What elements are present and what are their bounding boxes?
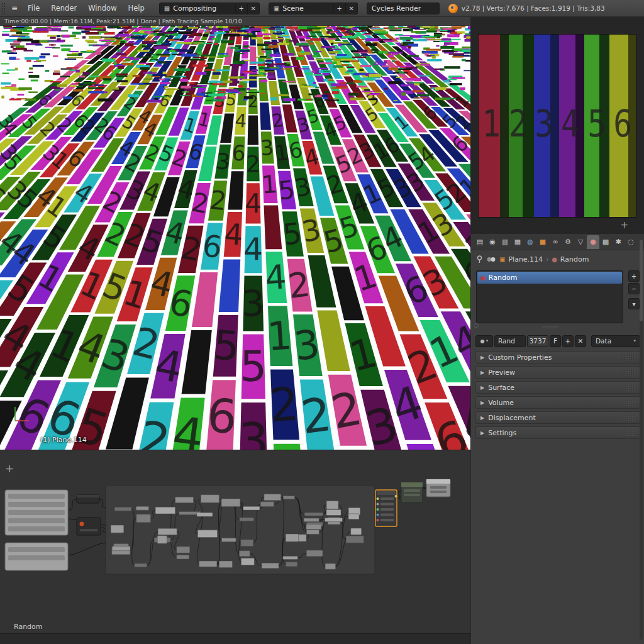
scene-select[interactable]: ▣ Scene [269,3,334,14]
expand-arrow-icon: ▶ [480,430,484,436]
tab-world[interactable]: ◍ [524,235,536,249]
users-count-button[interactable]: 3737 [527,335,548,347]
screen-layout-select[interactable]: ▦ Compositing [159,3,236,14]
breadcrumb-separator-icon: › [546,256,548,263]
screen-layout-value: Compositing [173,4,216,13]
material-sphere-icon: ● [480,275,486,281]
panel-custom-properties[interactable]: ▶Custom Properties [475,351,640,364]
scene-group: ▣ Scene + ✕ [269,3,358,14]
panel-label: Displacement [488,414,536,422]
panel-grip-icon[interactable] [621,430,635,436]
breadcrumb-material[interactable]: Random [560,255,589,264]
scene-value: Scene [282,4,304,13]
panel-grip-icon[interactable] [621,385,635,391]
pin-icon[interactable] [476,255,483,264]
tab-material[interactable]: ● [587,235,599,249]
tab-physics[interactable]: ◌ [625,235,637,249]
panel-preview[interactable]: ▶Preview [475,366,640,379]
rendered-scene: 3463533526623336651254462341625554541444… [0,26,470,450]
property-panels: ▶Custom Properties▶Preview▶Surface▶Volum… [471,351,644,441]
tab-particles[interactable]: ✱ [612,235,625,249]
svg-text:2: 2 [248,92,258,111]
viewport-3d[interactable]: 3463533526623336651254462341625554541444… [0,26,470,450]
panel-grip-icon[interactable] [621,415,635,421]
node-graph: +Random [0,450,470,644]
svg-text:4: 4 [245,188,262,219]
slot-name: Random [489,274,518,282]
node-editor[interactable]: +Random [0,450,470,644]
preview-stripe [500,35,509,217]
svg-text:4: 4 [243,231,263,267]
editor-type-icon[interactable]: ≡ [8,3,21,14]
expand-arrow-icon: ▶ [480,370,484,375]
material-datablock-row: ● ▾ Rand 3737 F + ✕ Data ▾ [471,333,644,348]
panel-label: Custom Properties [488,353,552,362]
tab-constraints[interactable]: ∞ [549,235,562,249]
panel-displacement[interactable]: ▶Displacement [475,411,640,424]
menu-file[interactable]: File [22,0,45,17]
breadcrumb-object[interactable]: Plane.114 [508,255,543,264]
svg-text:5: 5 [212,322,240,370]
remove-slot-button[interactable]: − [628,283,640,294]
svg-text:3: 3 [238,413,269,450]
add-layout-button[interactable]: + [236,3,248,14]
panel-grip-icon[interactable] [621,370,635,375]
unlink-material-button[interactable]: ✕ [575,335,586,347]
material-name-field[interactable]: Rand [494,335,526,347]
preview-stripe [584,35,599,217]
material-sphere-icon: ● [480,338,485,344]
browse-material-button[interactable]: ● ▾ [475,335,493,347]
menu-render[interactable]: Render [45,0,82,17]
panel-grip-icon[interactable] [621,355,635,360]
menu-help[interactable]: Help [123,0,150,17]
slot-specials-button[interactable]: ▾ [628,298,640,309]
add-slot-button[interactable]: + [628,270,640,282]
tab-render[interactable]: ◉ [486,235,499,249]
expand-arrow-icon: ▶ [480,415,484,421]
tab-modifiers[interactable]: ⚙ [562,235,574,249]
delete-layout-button[interactable]: ✕ [248,3,260,14]
node-material-icon[interactable] [486,256,496,263]
delete-scene-button[interactable]: ✕ [346,3,358,14]
expand-arrow-icon: ▶ [480,385,484,391]
panel-surface[interactable]: ▶Surface [475,381,640,394]
tab-object[interactable]: ■ [536,235,549,249]
expand-arrow-icon: ▶ [480,400,484,406]
material-slot-active[interactable]: ● Random [477,272,622,284]
svg-text:4: 4 [235,109,248,131]
object-icon: ▣ [499,256,505,263]
tab-object-data[interactable]: ▽ [574,235,587,249]
list-resize-grip[interactable] [542,326,558,329]
material-link-select[interactable]: Data ▾ [591,335,640,347]
chevron-down-icon: ▾ [486,338,489,343]
add-scene-button[interactable]: + [334,3,346,14]
properties-scrollbar[interactable] [640,237,643,640]
preview-stripe [599,35,609,217]
new-material-button[interactable]: + [562,335,574,347]
editor-type-icon[interactable]: ▤ [474,235,486,249]
panel-settings[interactable]: ▶Settings [475,426,640,439]
expand-region-plus[interactable]: + [620,219,628,231]
render-engine-select[interactable]: Cycles Render [367,3,440,14]
panel-label: Volume [488,399,514,407]
preview-stripe [550,35,559,217]
panel-label: Preview [488,369,515,377]
tab-render-layers[interactable]: ▥ [499,235,511,249]
tab-scene[interactable]: ▦ [511,235,524,249]
header-grip-icon[interactable] [1,3,6,14]
preview-panel: 123456 + [471,17,644,234]
properties-tabs: ▤◉▥▦◍■∞⚙▽●▩✱◌ [471,234,644,250]
material-slot-list[interactable]: ● Random [476,270,623,323]
panel-grip-icon[interactable] [621,400,635,406]
tab-texture[interactable]: ▩ [599,235,612,249]
panel-volume[interactable]: ▶Volume [475,396,640,409]
preview-stripe [609,35,628,217]
svg-text:2: 2 [268,377,301,432]
stripe-texture-preview [479,35,636,217]
panel-label: Settings [488,429,516,437]
list-toggle-icon[interactable]: ○ [474,322,479,328]
svg-text:3: 3 [260,135,275,160]
fake-user-button[interactable]: F [550,335,561,347]
menu-window[interactable]: Window [82,0,122,17]
engine-group: Cycles Render [367,3,440,14]
